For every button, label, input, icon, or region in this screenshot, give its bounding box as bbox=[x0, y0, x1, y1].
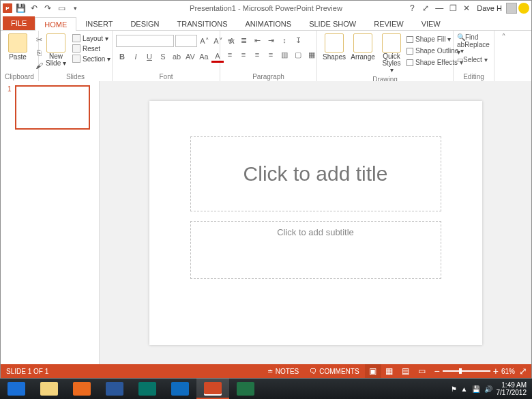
section-button[interactable]: Section ▾ bbox=[71, 54, 112, 63]
slideshow-view-button[interactable]: ▭ bbox=[414, 364, 430, 378]
power-icon[interactable]: 💾 bbox=[472, 385, 480, 393]
minimize-button[interactable]: — bbox=[433, 3, 445, 14]
taskbar-powerpoint[interactable] bbox=[196, 379, 229, 399]
slide[interactable]: Click to add title Click to add subtitle bbox=[149, 101, 482, 345]
tab-home[interactable]: HOME bbox=[35, 17, 76, 31]
select-button[interactable]: ▭Select ▾ bbox=[457, 56, 490, 63]
align-right-button[interactable]: ≡ bbox=[251, 48, 263, 61]
increase-font-icon[interactable]: A˄ bbox=[198, 35, 211, 47]
taskbar-excel[interactable] bbox=[229, 379, 262, 399]
tab-view[interactable]: VIEW bbox=[413, 17, 449, 30]
tab-slideshow[interactable]: SLIDE SHOW bbox=[300, 17, 365, 30]
system-tray[interactable]: ⚑ ▲ 💾 🔊 1:49 AM 7/17/2012 bbox=[451, 379, 532, 399]
char-spacing-button[interactable]: AV bbox=[184, 50, 196, 63]
comments-button[interactable]: 🗨 COMMENTS bbox=[304, 364, 364, 378]
sorter-view-button[interactable]: ▦ bbox=[381, 364, 398, 378]
taskbar-publisher[interactable] bbox=[131, 379, 164, 399]
find-button[interactable]: 🔍Find bbox=[457, 33, 490, 41]
bullets-button[interactable]: ≡ bbox=[224, 34, 236, 46]
group-slides-label: Slides bbox=[42, 72, 108, 81]
underline-button[interactable]: U bbox=[143, 50, 156, 63]
notes-button[interactable]: ≐ NOTES bbox=[262, 364, 304, 378]
new-slide-button[interactable]: NewSlide ▾ bbox=[42, 32, 70, 68]
start-slideshow-icon[interactable]: ▭ bbox=[56, 3, 67, 14]
zoom-thumb[interactable] bbox=[459, 368, 462, 374]
user-name[interactable]: Dave H bbox=[474, 4, 505, 12]
paste-button[interactable]: Paste bbox=[4, 32, 31, 62]
tab-animations[interactable]: ANIMATIONS bbox=[237, 17, 301, 30]
tab-review[interactable]: REVIEW bbox=[365, 17, 412, 30]
volume-icon[interactable]: 🔊 bbox=[484, 385, 492, 393]
shapes-button[interactable]: Shapes bbox=[321, 32, 348, 62]
line-spacing-button[interactable]: ↕ bbox=[278, 34, 291, 46]
close-button[interactable]: ✕ bbox=[460, 3, 473, 14]
flag-icon[interactable]: ⚑ bbox=[451, 385, 457, 393]
collapse-ribbon-button[interactable]: ˄ bbox=[494, 31, 512, 81]
font-name-input[interactable] bbox=[116, 35, 174, 47]
avatar[interactable] bbox=[506, 3, 517, 14]
effects-icon bbox=[407, 59, 413, 66]
help-icon[interactable]: ? bbox=[406, 3, 418, 14]
zoom-out-button[interactable]: − bbox=[434, 366, 440, 376]
fullscreen-icon[interactable]: ⤢ bbox=[419, 3, 432, 14]
quick-access-toolbar: P 💾 ↶ ↷ ▭ ▾ bbox=[1, 3, 80, 14]
numbering-button[interactable]: ≣ bbox=[237, 34, 250, 46]
zoom-slider[interactable] bbox=[443, 370, 490, 372]
qat-customize-icon[interactable]: ▾ bbox=[70, 3, 80, 14]
save-icon[interactable]: 💾 bbox=[15, 3, 26, 14]
tray-up-icon[interactable]: ▲ bbox=[461, 385, 468, 393]
slide-counter[interactable]: SLIDE 1 OF 1 bbox=[1, 368, 54, 375]
thumbnail-item[interactable]: 1 bbox=[8, 85, 92, 130]
slide-canvas[interactable]: Click to add title Click to add subtitle bbox=[100, 81, 531, 364]
thumbnails-pane[interactable]: 1 bbox=[1, 81, 100, 364]
tab-design[interactable]: DESIGN bbox=[121, 17, 168, 30]
change-case-button[interactable]: Aa bbox=[198, 50, 210, 63]
taskbar-explorer[interactable] bbox=[33, 379, 65, 399]
undo-icon[interactable]: ↶ bbox=[29, 3, 40, 14]
bold-button[interactable]: B bbox=[116, 50, 128, 63]
tab-insert[interactable]: INSERT bbox=[76, 17, 121, 30]
restore-button[interactable]: ❐ bbox=[447, 3, 459, 14]
smartart-button[interactable]: ▦ bbox=[306, 48, 318, 61]
layout-button[interactable]: Layout ▾ bbox=[71, 33, 112, 43]
title-placeholder[interactable]: Click to add title bbox=[190, 136, 441, 211]
align-center-button[interactable]: ≡ bbox=[237, 48, 250, 61]
zoom-control[interactable]: − + 61% ⤢ bbox=[430, 366, 531, 376]
thumbnail-preview[interactable] bbox=[15, 85, 90, 130]
increase-indent-button[interactable]: ⇥ bbox=[265, 34, 277, 46]
outline-label: Shape Outline bbox=[415, 47, 458, 55]
subtitle-placeholder[interactable]: Click to add subtitle bbox=[190, 221, 441, 279]
tab-transitions[interactable]: TRANSITIONS bbox=[168, 17, 237, 30]
strike-button[interactable]: S bbox=[157, 50, 169, 63]
zoom-in-button[interactable]: + bbox=[493, 366, 499, 376]
fill-icon bbox=[407, 36, 413, 43]
text-direction-button[interactable]: ↧ bbox=[292, 34, 304, 46]
zoom-percent[interactable]: 61% bbox=[501, 368, 516, 375]
redo-icon[interactable]: ↷ bbox=[42, 3, 53, 14]
taskbar-office[interactable] bbox=[65, 379, 98, 399]
reading-view-button[interactable]: ▤ bbox=[398, 364, 414, 378]
reset-button[interactable]: Reset bbox=[71, 44, 112, 53]
font-size-input[interactable] bbox=[175, 35, 197, 47]
taskbar-ie[interactable] bbox=[0, 379, 33, 399]
italic-button[interactable]: I bbox=[130, 50, 142, 63]
shape-fill-button[interactable]: Shape Fill ▾ bbox=[407, 33, 451, 45]
clock[interactable]: 1:49 AM 7/17/2012 bbox=[497, 381, 527, 396]
shadow-button[interactable]: ab bbox=[171, 50, 183, 63]
arrange-button[interactable]: Arrange bbox=[349, 32, 376, 62]
shapes-label: Shapes bbox=[323, 53, 346, 61]
taskbar-word[interactable] bbox=[98, 379, 131, 399]
normal-view-button[interactable]: ▣ bbox=[365, 364, 381, 378]
columns-button[interactable]: ▥ bbox=[278, 48, 291, 61]
feedback-icon[interactable] bbox=[518, 3, 529, 14]
quick-styles-button[interactable]: QuickStyles ▾ bbox=[378, 32, 405, 75]
decrease-indent-button[interactable]: ⇤ bbox=[251, 34, 263, 46]
justify-button[interactable]: ≡ bbox=[265, 48, 277, 61]
align-text-button[interactable]: ▢ bbox=[292, 48, 304, 61]
taskbar-outlook[interactable] bbox=[164, 379, 196, 399]
replace-button[interactable]: abReplace ▾ bbox=[457, 41, 490, 56]
fit-to-window-button[interactable]: ⤢ bbox=[519, 366, 527, 376]
align-left-button[interactable]: ≡ bbox=[224, 48, 236, 61]
tab-file[interactable]: FILE bbox=[3, 16, 35, 30]
paste-label: Paste bbox=[9, 53, 27, 61]
